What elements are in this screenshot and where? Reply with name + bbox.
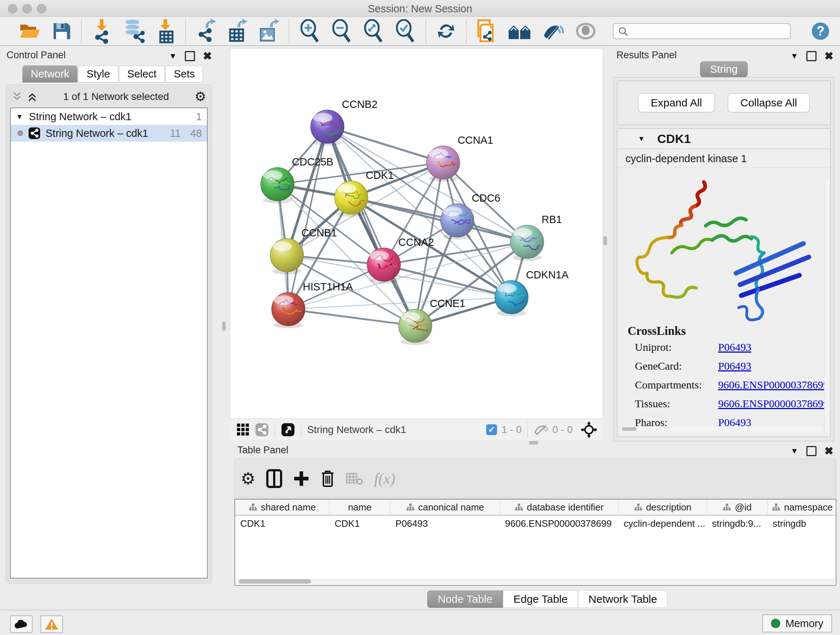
control-panel-float-icon[interactable] xyxy=(185,51,195,61)
table-panel-close-icon[interactable]: ✖ xyxy=(824,445,834,457)
preview-eye-icon[interactable] xyxy=(575,22,596,41)
expand-all-icon[interactable] xyxy=(27,91,38,102)
tab-select[interactable]: Select xyxy=(119,65,165,82)
table-row[interactable]: CDK1CDK1P064939606.ENSP00000378699cyclin… xyxy=(235,516,836,532)
column-header[interactable]: canonical name xyxy=(390,500,500,515)
hidden-eye-slash-icon[interactable] xyxy=(534,424,548,435)
results-horizontal-scrollbar[interactable] xyxy=(621,426,823,432)
gene-expander-icon[interactable]: ▼ xyxy=(638,135,645,143)
open-session-icon[interactable] xyxy=(19,21,41,41)
results-vertical-scrollbar[interactable] xyxy=(824,180,829,432)
results-panel-close-icon[interactable]: ✖ xyxy=(824,50,834,62)
column-header[interactable]: namespace xyxy=(767,500,836,515)
table-cell[interactable]: CDK1 xyxy=(330,518,390,529)
table-horizontal-scrollbar[interactable] xyxy=(236,578,835,584)
network-node-CCNA1[interactable] xyxy=(426,146,461,182)
add-column-icon[interactable] xyxy=(293,470,309,487)
tab-network[interactable]: Network xyxy=(22,65,77,82)
table-settings-gear-icon[interactable]: ⚙ xyxy=(240,469,256,488)
table-panel-menu-icon[interactable]: ▼ xyxy=(790,447,798,456)
cloud-status-button[interactable] xyxy=(10,616,33,633)
open-in-window-icon[interactable] xyxy=(281,423,295,437)
tab-string[interactable]: String xyxy=(700,61,748,78)
search-input[interactable] xyxy=(613,23,791,39)
memory-button[interactable]: Memory xyxy=(762,614,832,632)
network-node-CCNB1[interactable] xyxy=(270,239,303,274)
table-cell[interactable]: P06493 xyxy=(390,518,500,529)
import-table-icon[interactable] xyxy=(156,19,176,44)
column-header[interactable]: shared name xyxy=(235,500,330,515)
network-graph[interactable]: CCNB2CCNA1CDC25BCDK1CDC6RB1CCNB1CCNA2CDK… xyxy=(230,49,603,418)
fit-selected-crosshair-icon[interactable] xyxy=(581,421,597,438)
tab-network-table[interactable]: Network Table xyxy=(578,591,668,608)
network-edge[interactable] xyxy=(327,127,415,326)
column-header[interactable]: description xyxy=(619,500,707,515)
collection-label: String Network – cdk1 xyxy=(29,111,132,123)
network-edge[interactable] xyxy=(327,127,443,163)
warnings-button[interactable] xyxy=(41,616,63,633)
show-columns-icon[interactable] xyxy=(266,469,282,488)
string-visibility-icon[interactable] xyxy=(542,21,565,41)
table-cell[interactable]: 9606.ENSP00000378699 xyxy=(500,518,619,529)
tab-style[interactable]: Style xyxy=(78,65,118,82)
network-collection-row[interactable]: ▼ String Network – cdk1 1 xyxy=(11,108,207,125)
table-panel-float-icon[interactable] xyxy=(806,446,816,456)
network-options-gear-icon[interactable]: ⚙ xyxy=(195,89,206,104)
horizontal-splitter-handle[interactable] xyxy=(529,441,538,445)
string-home-icon[interactable] xyxy=(508,21,532,41)
network-snapshot-icon[interactable] xyxy=(476,19,498,43)
network-node-CDC25B[interactable] xyxy=(261,168,294,203)
network-canvas[interactable]: CCNB2CCNA1CDC25BCDK1CDC6RB1CCNB1CCNA2CDK… xyxy=(230,48,603,419)
tab-sets[interactable]: Sets xyxy=(165,65,203,82)
results-panel-float-icon[interactable] xyxy=(806,51,816,61)
zoom-in-icon[interactable] xyxy=(299,19,321,43)
tab-node-table[interactable]: Node Table xyxy=(427,591,503,608)
zoom-selected-icon[interactable] xyxy=(394,19,416,43)
table-cell[interactable]: CDK1 xyxy=(235,518,330,529)
delete-column-icon[interactable] xyxy=(321,470,335,488)
export-table-icon[interactable] xyxy=(226,19,248,44)
table-cell[interactable]: stringdb:9... xyxy=(707,518,767,529)
collapse-all-button[interactable]: Collapse All xyxy=(728,93,810,112)
save-session-icon[interactable] xyxy=(51,21,72,41)
control-panel-close-icon[interactable]: ✖ xyxy=(203,50,212,62)
network-node-RB1[interactable] xyxy=(510,225,544,261)
column-header[interactable]: database identifier xyxy=(500,500,619,515)
network-node-CDKN1A[interactable] xyxy=(495,280,528,317)
gene-entry-header[interactable]: ▼ CDK1 xyxy=(617,129,830,149)
network-row[interactable]: String Network – cdk1 11 48 xyxy=(11,125,207,141)
export-image-icon[interactable] xyxy=(257,19,279,44)
export-network-icon[interactable] xyxy=(195,19,216,44)
expand-all-button[interactable]: Expand All xyxy=(638,93,715,112)
crosslink-value-link[interactable]: 9606.ENSP00000378699 xyxy=(718,397,829,410)
network-node-HIST1H1A[interactable] xyxy=(272,293,305,328)
network-node-CCNE1[interactable] xyxy=(399,309,432,345)
table-cell[interactable]: cyclin-dependent ... xyxy=(619,518,707,529)
crosslink-value-link[interactable]: 9606.ENSP00000378699 xyxy=(718,379,829,391)
column-header[interactable]: @id xyxy=(707,500,767,515)
network-edge[interactable] xyxy=(288,309,415,326)
share-view-icon[interactable] xyxy=(255,423,269,437)
zoom-out-icon[interactable] xyxy=(331,19,352,43)
crosslink-value-link[interactable]: P06493 xyxy=(718,360,752,372)
control-panel-menu-icon[interactable]: ▼ xyxy=(169,51,177,61)
network-edge[interactable] xyxy=(351,198,527,242)
import-network-icon[interactable] xyxy=(91,19,112,44)
column-header[interactable]: name xyxy=(330,500,390,515)
collection-expander-icon[interactable]: ▼ xyxy=(16,112,23,121)
help-icon[interactable]: ? xyxy=(812,22,829,40)
table-cell[interactable]: stringdb xyxy=(767,518,836,529)
network-node-CDC6[interactable] xyxy=(441,204,474,240)
network-node-CDK1[interactable] xyxy=(335,181,369,217)
results-panel-menu-icon[interactable]: ▼ xyxy=(790,51,798,61)
selected-checkbox-icon[interactable]: ✓ xyxy=(486,424,497,435)
refresh-icon[interactable] xyxy=(436,21,456,42)
birds-eye-grid-icon[interactable] xyxy=(236,423,250,437)
import-network-database-icon[interactable] xyxy=(122,19,145,44)
tab-edge-table[interactable]: Edge Table xyxy=(503,591,578,608)
vertical-splitter-handle[interactable] xyxy=(603,236,607,245)
vertical-splitter-handle[interactable] xyxy=(222,321,226,331)
collapse-all-icon[interactable] xyxy=(11,91,22,102)
zoom-fit-icon[interactable] xyxy=(363,19,384,43)
crosslink-value-link[interactable]: P06493 xyxy=(718,341,752,353)
